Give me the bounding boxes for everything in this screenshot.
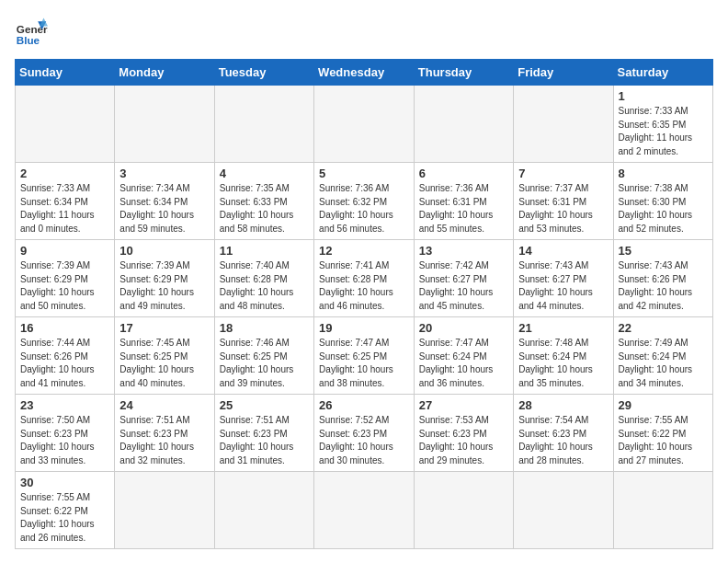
day-number: 20 xyxy=(419,321,508,335)
day-number: 18 xyxy=(220,321,309,335)
day-info: Sunrise: 7:33 AM Sunset: 6:34 PM Dayligh… xyxy=(20,182,109,236)
day-info: Sunrise: 7:34 AM Sunset: 6:34 PM Dayligh… xyxy=(119,182,209,236)
day-number: 17 xyxy=(119,321,209,335)
day-number: 9 xyxy=(20,244,109,258)
day-info: Sunrise: 7:35 AM Sunset: 6:33 PM Dayligh… xyxy=(220,182,309,236)
day-info: Sunrise: 7:41 AM Sunset: 6:28 PM Dayligh… xyxy=(319,259,409,313)
calendar-cell: 25Sunrise: 7:51 AM Sunset: 6:23 PM Dayli… xyxy=(214,395,313,472)
day-info: Sunrise: 7:47 AM Sunset: 6:24 PM Dayligh… xyxy=(419,337,508,390)
column-header-friday: Friday xyxy=(514,60,613,86)
day-number: 12 xyxy=(319,244,409,258)
calendar-cell: 29Sunrise: 7:55 AM Sunset: 6:22 PM Dayli… xyxy=(613,395,713,472)
calendar-cell: 27Sunrise: 7:53 AM Sunset: 6:23 PM Dayli… xyxy=(414,395,513,472)
calendar-week-row: 23Sunrise: 7:50 AM Sunset: 6:23 PM Dayli… xyxy=(16,395,713,472)
column-header-saturday: Saturday xyxy=(613,60,713,86)
day-info: Sunrise: 7:43 AM Sunset: 6:27 PM Dayligh… xyxy=(518,259,608,313)
day-info: Sunrise: 7:50 AM Sunset: 6:23 PM Dayligh… xyxy=(20,414,109,467)
day-number: 21 xyxy=(518,321,608,335)
calendar-cell: 21Sunrise: 7:48 AM Sunset: 6:24 PM Dayli… xyxy=(514,317,613,395)
calendar-header-row: SundayMondayTuesdayWednesdayThursdayFrid… xyxy=(16,60,713,86)
calendar-cell xyxy=(314,86,415,163)
day-info: Sunrise: 7:45 AM Sunset: 6:25 PM Dayligh… xyxy=(119,337,209,390)
day-info: Sunrise: 7:33 AM Sunset: 6:35 PM Dayligh… xyxy=(619,105,709,158)
day-number: 15 xyxy=(619,244,709,258)
day-info: Sunrise: 7:39 AM Sunset: 6:29 PM Dayligh… xyxy=(119,259,209,313)
day-number: 4 xyxy=(220,167,309,180)
day-info: Sunrise: 7:51 AM Sunset: 6:23 PM Dayligh… xyxy=(220,414,309,467)
day-number: 23 xyxy=(20,398,109,412)
day-info: Sunrise: 7:39 AM Sunset: 6:29 PM Dayligh… xyxy=(20,259,109,313)
calendar-cell: 28Sunrise: 7:54 AM Sunset: 6:23 PM Dayli… xyxy=(514,395,613,472)
day-number: 24 xyxy=(119,398,209,412)
calendar-cell xyxy=(214,86,313,163)
day-info: Sunrise: 7:47 AM Sunset: 6:25 PM Dayligh… xyxy=(319,337,409,390)
day-number: 2 xyxy=(20,167,109,180)
calendar-cell: 22Sunrise: 7:49 AM Sunset: 6:24 PM Dayli… xyxy=(613,317,713,395)
calendar-cell: 24Sunrise: 7:51 AM Sunset: 6:23 PM Dayli… xyxy=(115,395,214,472)
day-number: 29 xyxy=(619,398,709,412)
calendar-cell xyxy=(115,86,214,163)
day-number: 5 xyxy=(319,167,409,180)
calendar-cell: 20Sunrise: 7:47 AM Sunset: 6:24 PM Dayli… xyxy=(414,317,513,395)
day-number: 10 xyxy=(119,244,209,258)
column-header-thursday: Thursday xyxy=(414,60,513,86)
calendar-cell: 12Sunrise: 7:41 AM Sunset: 6:28 PM Dayli… xyxy=(314,240,415,317)
calendar-cell: 9Sunrise: 7:39 AM Sunset: 6:29 PM Daylig… xyxy=(16,240,115,317)
day-info: Sunrise: 7:36 AM Sunset: 6:31 PM Dayligh… xyxy=(419,182,508,236)
calendar-week-row: 1Sunrise: 7:33 AM Sunset: 6:35 PM Daylig… xyxy=(16,86,713,163)
calendar-cell: 13Sunrise: 7:42 AM Sunset: 6:27 PM Dayli… xyxy=(414,240,513,317)
calendar-cell: 5Sunrise: 7:36 AM Sunset: 6:32 PM Daylig… xyxy=(314,163,415,240)
day-info: Sunrise: 7:36 AM Sunset: 6:32 PM Dayligh… xyxy=(319,182,409,236)
day-number: 14 xyxy=(518,244,608,258)
svg-text:Blue: Blue xyxy=(17,34,40,46)
logo-icon: General Blue xyxy=(15,15,48,48)
day-info: Sunrise: 7:44 AM Sunset: 6:26 PM Dayligh… xyxy=(20,337,109,390)
day-number: 22 xyxy=(619,321,709,335)
calendar-cell: 11Sunrise: 7:40 AM Sunset: 6:28 PM Dayli… xyxy=(214,240,313,317)
calendar-cell: 18Sunrise: 7:46 AM Sunset: 6:25 PM Dayli… xyxy=(214,317,313,395)
calendar-cell: 17Sunrise: 7:45 AM Sunset: 6:25 PM Dayli… xyxy=(115,317,214,395)
day-info: Sunrise: 7:55 AM Sunset: 6:22 PM Dayligh… xyxy=(20,491,109,545)
day-info: Sunrise: 7:54 AM Sunset: 6:23 PM Dayligh… xyxy=(518,414,608,467)
calendar-cell: 15Sunrise: 7:43 AM Sunset: 6:26 PM Dayli… xyxy=(613,240,713,317)
day-info: Sunrise: 7:42 AM Sunset: 6:27 PM Dayligh… xyxy=(419,259,508,313)
calendar-cell: 6Sunrise: 7:36 AM Sunset: 6:31 PM Daylig… xyxy=(414,163,513,240)
day-info: Sunrise: 7:37 AM Sunset: 6:31 PM Dayligh… xyxy=(518,182,608,236)
day-number: 27 xyxy=(419,398,508,412)
day-info: Sunrise: 7:46 AM Sunset: 6:25 PM Dayligh… xyxy=(220,337,309,390)
calendar-week-row: 9Sunrise: 7:39 AM Sunset: 6:29 PM Daylig… xyxy=(16,240,713,317)
day-number: 13 xyxy=(419,244,508,258)
calendar-cell xyxy=(514,472,613,549)
calendar-cell xyxy=(613,472,713,549)
calendar-cell xyxy=(214,472,313,549)
calendar-cell: 4Sunrise: 7:35 AM Sunset: 6:33 PM Daylig… xyxy=(214,163,313,240)
column-header-sunday: Sunday xyxy=(16,60,115,86)
day-info: Sunrise: 7:51 AM Sunset: 6:23 PM Dayligh… xyxy=(119,414,209,467)
calendar-week-row: 30Sunrise: 7:55 AM Sunset: 6:22 PM Dayli… xyxy=(16,472,713,549)
day-number: 19 xyxy=(319,321,409,335)
day-info: Sunrise: 7:53 AM Sunset: 6:23 PM Dayligh… xyxy=(419,414,508,467)
day-number: 8 xyxy=(619,167,709,180)
day-number: 1 xyxy=(619,89,709,103)
calendar-table: SundayMondayTuesdayWednesdayThursdayFrid… xyxy=(15,59,713,549)
calendar-week-row: 16Sunrise: 7:44 AM Sunset: 6:26 PM Dayli… xyxy=(16,317,713,395)
column-header-monday: Monday xyxy=(115,60,214,86)
calendar-cell: 30Sunrise: 7:55 AM Sunset: 6:22 PM Dayli… xyxy=(16,472,115,549)
day-number: 25 xyxy=(220,398,309,412)
day-info: Sunrise: 7:55 AM Sunset: 6:22 PM Dayligh… xyxy=(619,414,709,467)
day-number: 16 xyxy=(20,321,109,335)
calendar-cell: 1Sunrise: 7:33 AM Sunset: 6:35 PM Daylig… xyxy=(613,86,713,163)
day-info: Sunrise: 7:40 AM Sunset: 6:28 PM Dayligh… xyxy=(220,259,309,313)
calendar-cell: 16Sunrise: 7:44 AM Sunset: 6:26 PM Dayli… xyxy=(16,317,115,395)
calendar-cell: 3Sunrise: 7:34 AM Sunset: 6:34 PM Daylig… xyxy=(115,163,214,240)
column-header-wednesday: Wednesday xyxy=(314,60,415,86)
day-info: Sunrise: 7:48 AM Sunset: 6:24 PM Dayligh… xyxy=(518,337,608,390)
calendar-cell: 8Sunrise: 7:38 AM Sunset: 6:30 PM Daylig… xyxy=(613,163,713,240)
day-info: Sunrise: 7:38 AM Sunset: 6:30 PM Dayligh… xyxy=(619,182,709,236)
calendar-cell: 2Sunrise: 7:33 AM Sunset: 6:34 PM Daylig… xyxy=(16,163,115,240)
day-info: Sunrise: 7:49 AM Sunset: 6:24 PM Dayligh… xyxy=(619,337,709,390)
day-number: 11 xyxy=(220,244,309,258)
day-info: Sunrise: 7:52 AM Sunset: 6:23 PM Dayligh… xyxy=(319,414,409,467)
page-header: General Blue xyxy=(15,15,713,48)
calendar-cell: 7Sunrise: 7:37 AM Sunset: 6:31 PM Daylig… xyxy=(514,163,613,240)
